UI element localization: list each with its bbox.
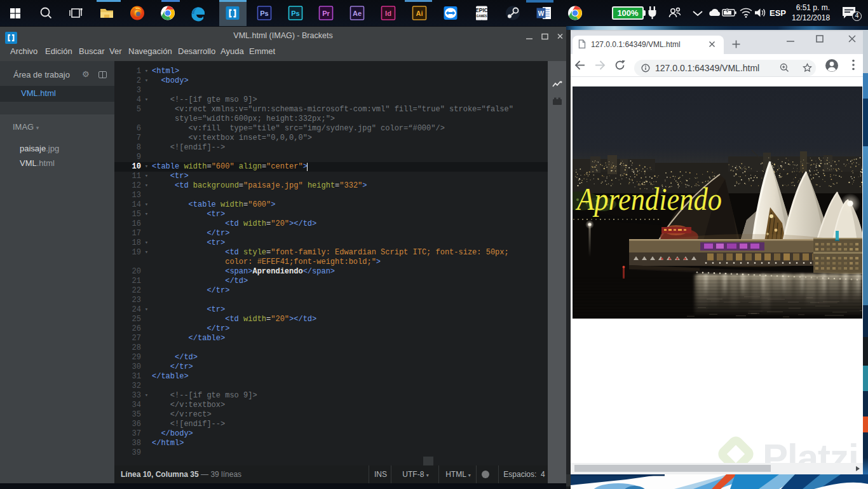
svg-text:Pr: Pr [322, 10, 330, 17]
svg-text:Ps: Ps [291, 10, 299, 17]
svg-text:Ps: Ps [260, 10, 268, 17]
svg-text:EPIC: EPIC [475, 7, 488, 13]
svg-text:Ae: Ae [353, 10, 362, 17]
svg-text:Ai: Ai [416, 10, 423, 17]
svg-text:W: W [538, 10, 545, 17]
svg-text:Id: Id [385, 10, 391, 17]
svg-text:Aprendiendo: Aprendiendo [575, 181, 722, 217]
svg-text:GAMES: GAMES [477, 15, 487, 18]
